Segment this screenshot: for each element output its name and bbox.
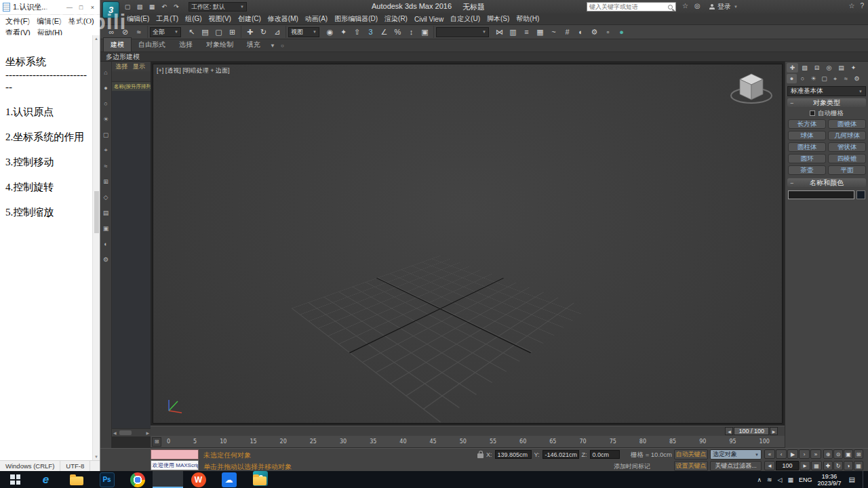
track-bar[interactable]: ⊞ 05101520253035404550556065707580859095… <box>151 436 785 448</box>
se-bones-filter-icon[interactable]: ▤ <box>101 205 111 220</box>
ribbon-toggle-icon[interactable]: ▦ <box>534 26 547 38</box>
se-cameras-filter-icon[interactable]: ▢ <box>101 127 111 142</box>
perspective-viewport[interactable]: [+] [透视] [明暗处理 + 边面] <box>153 64 783 424</box>
workspace-dropdown[interactable]: 工作区: 默认 ▼ <box>189 2 247 12</box>
menu-format[interactable]: 格式(O) <box>66 16 97 27</box>
search-icon[interactable] <box>668 5 673 9</box>
hierarchy-tab-icon[interactable]: ⊟ <box>811 63 823 73</box>
set-key-button[interactable]: 设置关键点 <box>674 461 708 471</box>
motion-tab-icon[interactable]: ◎ <box>823 63 835 73</box>
edit-named-selection-sets-icon[interactable]: ▣ <box>418 26 431 38</box>
select-and-rotate-icon[interactable]: ↻ <box>257 26 270 38</box>
open-file-icon[interactable]: ▧ <box>134 2 145 12</box>
geometry-category-icon[interactable]: ● <box>787 74 797 83</box>
play-button[interactable]: ▶ <box>787 449 798 459</box>
taskbar-explorer-icon[interactable] <box>69 472 84 487</box>
next-frame-button[interactable]: › <box>799 449 810 459</box>
ribbon-help-icon[interactable]: ○ <box>278 40 287 52</box>
save-file-icon[interactable]: ▦ <box>146 2 157 12</box>
search-input[interactable] <box>587 3 668 10</box>
key-filters-button[interactable]: 关键点过滤器... <box>710 461 762 471</box>
ribbon-tab-object-paint[interactable]: 对象绘制 <box>199 38 240 52</box>
scroll-up-icon[interactable]: ▲ <box>93 35 100 42</box>
x-coordinate-field[interactable]: 139.805cm <box>495 450 532 459</box>
menu-customize[interactable]: 自定义(U) <box>447 14 484 24</box>
menu-tools[interactable]: 工具(T) <box>153 14 182 24</box>
application-menu-button[interactable]: 3 <box>102 1 119 18</box>
taskbar-photoshop-icon[interactable]: Ps <box>100 472 115 487</box>
scrollbar-thumb[interactable] <box>94 191 99 233</box>
menu-help[interactable]: 帮助(H) <box>513 14 542 24</box>
infocenter-search[interactable] <box>587 2 676 12</box>
maximize-viewport-icon[interactable]: ▦ <box>854 461 863 470</box>
communication-center-icon[interactable]: ◎ <box>694 2 701 9</box>
select-and-uniform-scale-icon[interactable]: ⊿ <box>271 26 283 38</box>
space-warps-category-icon[interactable]: ≈ <box>841 74 851 83</box>
se-xref-filter-icon[interactable]: ◇ <box>101 189 111 205</box>
menu-civil-view[interactable]: Civil View <box>411 16 447 23</box>
display-tab-icon[interactable]: ▤ <box>835 63 847 73</box>
rectangular-selection-region-icon[interactable]: ▢ <box>212 26 225 38</box>
notepad-scrollbar[interactable]: ▲ ▼ <box>92 35 100 460</box>
scene-explorer-hscrollbar[interactable]: ◀ ▶ <box>112 428 151 436</box>
utilities-tab-icon[interactable]: ✦ <box>848 63 859 73</box>
se-shapes-filter-icon[interactable]: ○ <box>101 96 111 111</box>
time-slider-thumb[interactable]: ◀ 100 / 100 ▶ <box>725 427 778 435</box>
se-find-icon[interactable]: ⌂ <box>101 64 111 80</box>
scene-explorer-search-row[interactable] <box>112 71 151 82</box>
align-icon[interactable]: ▥ <box>507 26 519 38</box>
se-groups-filter-icon[interactable]: ⊞ <box>101 174 111 189</box>
scroll-left-icon[interactable]: ◀ <box>113 430 117 435</box>
window-crossing-icon[interactable]: ⊞ <box>226 26 239 38</box>
spinner-snap-icon[interactable]: ↕ <box>405 26 418 38</box>
schematic-view-icon[interactable]: # <box>561 26 574 38</box>
time-configuration-button[interactable]: ▦ <box>811 461 822 470</box>
torus-button[interactable]: 圆环 <box>788 154 826 163</box>
menu-graph-editors[interactable]: 图形编辑器(D) <box>331 14 381 24</box>
clock[interactable]: 19:36 2023/9/7 <box>818 473 842 487</box>
object-name-input[interactable] <box>788 190 854 199</box>
go-to-start-button[interactable]: « <box>764 449 775 459</box>
3dsmax-titlebar[interactable]: 3 ▢▧▦↶↷ 工作区: 默认 ▼ Autodesk 3ds Max 2016 … <box>100 0 868 14</box>
minimize-button[interactable]: — <box>64 4 75 11</box>
field-of-view-icon[interactable]: ◑ <box>844 461 853 470</box>
volume-icon[interactable]: ◁ <box>778 476 783 483</box>
reference-coordinate-dropdown[interactable]: 视图 ▼ <box>288 27 319 37</box>
go-to-end-button[interactable]: » <box>810 449 821 459</box>
ribbon-minimize-icon[interactable]: ▼ <box>267 40 278 52</box>
add-time-tag[interactable]: 添加时间标记 <box>614 462 650 471</box>
rendered-frame-window-icon[interactable]: ▫ <box>601 26 614 38</box>
current-frame-indicator[interactable]: 100 / 100 <box>734 427 769 435</box>
new-scene-icon[interactable]: ▢ <box>122 2 133 12</box>
create-tab-icon[interactable]: ✚ <box>787 63 798 73</box>
selected-objects-filter-dropdown[interactable]: 选定对象 ▼ <box>710 449 762 460</box>
scene-explorer-list[interactable] <box>112 91 151 428</box>
use-pivot-point-center-icon[interactable]: ◉ <box>323 26 336 38</box>
action-center-icon[interactable]: ▤ <box>847 476 857 483</box>
modify-tab-icon[interactable]: ▧ <box>799 63 810 73</box>
ribbon-tab-selection[interactable]: 选择 <box>172 38 199 52</box>
viewcube[interactable] <box>729 68 775 112</box>
se-settings-icon[interactable]: ⚙ <box>101 251 111 267</box>
taskbar-folder-icon[interactable] <box>252 472 267 487</box>
ribbon-tab-populate[interactable]: 填充 <box>240 38 267 52</box>
render-setup-icon[interactable]: ⚙ <box>588 26 601 38</box>
pyramid-button[interactable]: 四棱锥 <box>828 154 866 163</box>
polygon-modeling-panel-label[interactable]: 多边形建模 <box>100 52 140 62</box>
maximize-button[interactable]: □ <box>75 4 87 11</box>
next-key-button[interactable]: ► <box>800 461 810 470</box>
unlink-selection-icon[interactable]: ⊘ <box>119 26 132 38</box>
zoom-icon[interactable]: ⊕ <box>823 449 833 459</box>
plane-button[interactable]: 平面 <box>828 165 866 175</box>
menu-rendering[interactable]: 渲染(R) <box>381 14 411 24</box>
help-icon[interactable]: ? <box>860 2 864 9</box>
ime-icon[interactable]: ▦ <box>787 476 793 483</box>
percent-snap-icon[interactable]: % <box>391 26 404 38</box>
previous-frame-button[interactable]: ‹ <box>776 449 787 459</box>
se-geometry-filter-icon[interactable]: ● <box>101 80 111 96</box>
z-coordinate-field[interactable]: 0.0cm <box>590 450 620 459</box>
se-containers-filter-icon[interactable]: ▣ <box>101 220 111 236</box>
scroll-down-icon[interactable]: ▼ <box>93 453 100 460</box>
menu-group[interactable]: 组(G) <box>182 14 205 24</box>
taskbar-cloud-app-icon[interactable]: ☁ <box>222 472 237 487</box>
